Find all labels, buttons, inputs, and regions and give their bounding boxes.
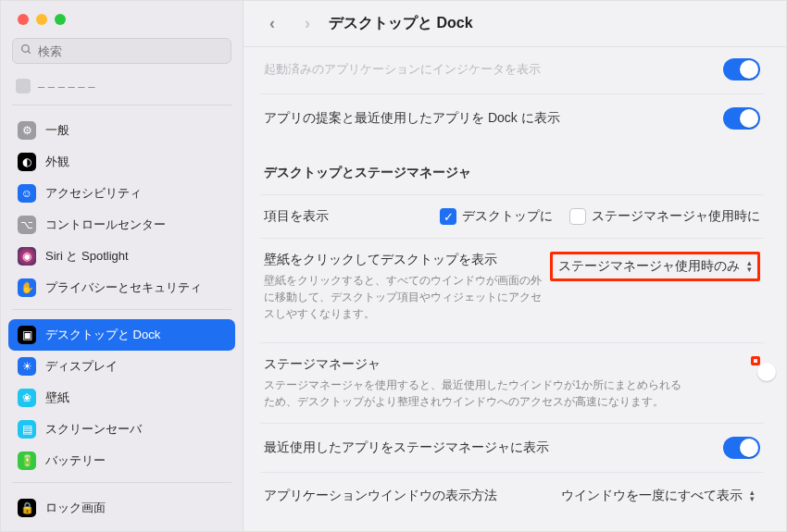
section-title: ウィジェット	[260, 519, 764, 531]
sidebar-divider	[12, 105, 231, 105]
dropdown-value: ステージマネージャ使用時のみ	[558, 258, 740, 275]
siri-icon: ◉	[18, 247, 36, 266]
toggle-suggested-apps[interactable]	[723, 107, 760, 130]
battery-icon: 🔋	[18, 452, 36, 470]
appearance-icon: ◐	[18, 153, 36, 171]
check-icon: ✓	[440, 208, 456, 225]
sidebar-item-desktop-dock[interactable]: ▣ デスクトップと Dock	[8, 319, 235, 351]
sidebar-item-label: 外観	[45, 154, 69, 170]
dropdown-app-window-display[interactable]: ウインドウを一度にすべて表示 ▴▾	[556, 486, 760, 506]
sidebar-divider	[12, 309, 231, 310]
sidebar-item-label: Siri と Spotlight	[45, 248, 129, 265]
dropdown-value: ウインドウを一度にすべて表示	[561, 488, 743, 504]
sidebar-item-label: バッテリー	[45, 452, 106, 469]
sidebar-item-control-center[interactable]: ⌥ コントロールセンター	[8, 209, 235, 241]
control-center-icon: ⌥	[18, 216, 36, 234]
back-button[interactable]: ‹	[258, 14, 286, 33]
row-label: アプリケーションウインドウの表示方法	[264, 488, 497, 504]
sidebar-item-general[interactable]: ⚙ 一般	[8, 115, 235, 146]
row-label: 起動済みのアプリケーションにインジケータを表示	[264, 61, 541, 78]
sidebar-item-siri[interactable]: ◉ Siri と Spotlight	[8, 241, 235, 272]
forward-button[interactable]: ›	[294, 14, 321, 33]
privacy-icon: ✋	[18, 278, 36, 297]
traffic-lights[interactable]	[1, 1, 243, 38]
search-field[interactable]	[38, 44, 223, 58]
sidebar-item-label: ロック画面	[45, 500, 106, 516]
sidebar-item-label: プライバシーとセキュリティ	[45, 279, 202, 296]
chevron-updown-icon: ▴▾	[750, 489, 755, 502]
header: ‹ › デスクトップと Dock	[244, 1, 786, 47]
svg-point-0	[22, 45, 30, 53]
chevron-updown-icon: ▴▾	[747, 260, 752, 273]
checkbox-stage-manager[interactable]: ステージマネージャ使用時に	[569, 208, 760, 225]
show-items-options: ✓デスクトップに ステージマネージャ使用時に	[440, 208, 760, 225]
sidebar-item-display[interactable]: ☀ ディスプレイ	[8, 351, 235, 382]
dock-icon: ▣	[18, 326, 36, 344]
sidebar-collapsed-row: – – – – – –	[8, 73, 235, 99]
dropdown-click-wallpaper[interactable]: ステージマネージャ使用時のみ ▴▾	[550, 252, 760, 281]
row-description: ステージマネージャを使用すると、最近使用したウインドウが1か所にまとめられるため…	[264, 377, 690, 410]
sidebar-item-label: 壁紙	[45, 390, 69, 406]
svg-line-1	[28, 51, 31, 54]
sidebar-item-accessibility[interactable]: ☺ アクセシビリティ	[8, 178, 235, 209]
sidebar-item-label: 一般	[45, 122, 69, 139]
sidebar-item-screensaver[interactable]: ▤ スクリーンセーバ	[8, 414, 235, 445]
wallpaper-icon: ❀	[18, 389, 36, 407]
section-title: デスクトップとステージマネージャ	[260, 142, 764, 187]
search-icon	[20, 43, 32, 58]
row-label: 壁紙をクリックしてデスクトップを表示	[264, 252, 542, 268]
page-title: デスクトップと Dock	[329, 14, 473, 33]
sidebar-item-privacy[interactable]: ✋ プライバシーとセキュリティ	[8, 272, 235, 303]
sidebar-item-label: ディスプレイ	[45, 358, 118, 375]
lock-icon: 🔒	[18, 499, 36, 517]
sidebar-item-label: スクリーンセーバ	[45, 421, 142, 438]
gear-icon: ⚙	[18, 121, 36, 140]
screensaver-icon: ▤	[18, 420, 36, 439]
toggle-indicator-apps[interactable]	[723, 58, 760, 80]
row-label: ステージマネージャ	[264, 356, 751, 373]
sidebar-item-label: アクセシビリティ	[45, 185, 142, 202]
sidebar-item-lock-screen[interactable]: 🔒 ロック画面	[8, 492, 235, 524]
sidebar-item-wallpaper[interactable]: ❀ 壁紙	[8, 382, 235, 414]
row-label: 最近使用したアプリをステージマネージャに表示	[264, 439, 549, 456]
fullscreen-icon[interactable]	[55, 14, 66, 25]
search-input[interactable]	[12, 38, 231, 64]
sidebar-item-label: コントロールセンター	[45, 217, 166, 233]
toggle-recent-stage[interactable]	[723, 437, 760, 459]
sidebar-divider	[12, 482, 231, 483]
sidebar-item-appearance[interactable]: ◐ 外観	[8, 146, 235, 178]
sidebar-item-label: デスクトップと Dock	[45, 327, 160, 343]
sidebar-item-battery[interactable]: 🔋 バッテリー	[8, 445, 235, 476]
row-description: 壁紙をクリックすると、すべてのウインドウが画面の外に移動して、デスクトップ項目や…	[264, 272, 542, 322]
row-label: アプリの提案と最近使用したアプリを Dock に表示	[264, 110, 560, 127]
close-icon[interactable]	[18, 14, 29, 25]
row-label: 項目を表示	[264, 208, 329, 225]
display-icon: ☀	[18, 357, 36, 376]
minimize-icon[interactable]	[36, 14, 47, 25]
checkbox-desktop[interactable]: ✓デスクトップに	[440, 208, 553, 225]
accessibility-icon: ☺	[18, 184, 36, 203]
check-icon	[569, 208, 586, 225]
